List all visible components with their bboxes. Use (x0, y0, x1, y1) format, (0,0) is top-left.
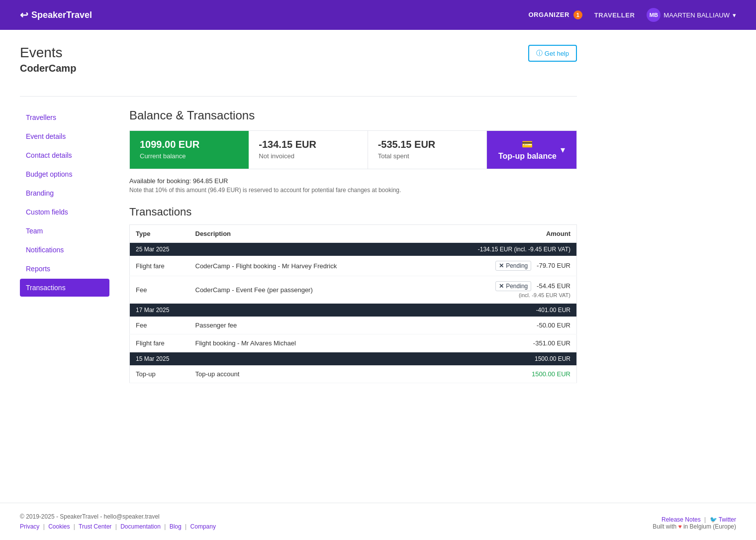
footer-link-documentation[interactable]: Documentation (120, 523, 161, 530)
nav-user[interactable]: MB MAARTEN BALLIAUW ▾ (647, 8, 736, 22)
page-subtitle: CoderCamp (20, 63, 76, 74)
sub-amount: (incl. -9.45 EUR VAT) (473, 292, 571, 298)
row-description: CoderCamp - Event Fee (per passenger) (189, 276, 468, 304)
row-amount: -351.00 EUR (468, 334, 577, 352)
page-header: Events CoderCamp (20, 45, 76, 86)
sidebar-item-custom-fields[interactable]: Custom fields (20, 203, 109, 221)
sidebar: Travellers Event details Contact details… (20, 108, 109, 383)
row-type: Top-up (130, 365, 189, 383)
row-description: CoderCamp - Flight booking - Mr Harvey F… (189, 256, 468, 276)
footer-built-with: Built with ♥ in Belgium (Europe) (653, 523, 736, 530)
sidebar-item-contact-details[interactable]: Contact details (20, 146, 109, 164)
row-description: Top-up account (189, 365, 468, 383)
col-description: Description (189, 225, 468, 243)
table-row: Top-up Top-up account 1500.00 EUR (130, 365, 577, 383)
not-invoiced-card: -134.15 EUR Not invoiced (249, 131, 368, 169)
table-row: Flight fare CoderCamp - Flight booking -… (130, 256, 577, 276)
top-bar: Events CoderCamp ⓘ Get help (20, 45, 577, 86)
twitter-icon: 🐦 (710, 516, 717, 523)
not-invoiced-label: Not invoiced (259, 152, 357, 160)
available-info: Available for booking: 964.85 EUR (129, 177, 577, 185)
total-spent-card: -535.15 EUR Total spent (368, 131, 487, 169)
header-nav: ORGANIZER 1 TRAVELLER MB MAARTEN BALLIAU… (528, 8, 736, 22)
logo-icon: ↩ (20, 9, 28, 21)
footer-release-twitter: Release Notes | 🐦 Twitter (653, 516, 736, 523)
current-balance-label: Current balance (140, 152, 238, 160)
date-total: 1500.00 EUR (468, 352, 577, 366)
table-row: Fee Passenger fee -50.00 EUR (130, 317, 577, 334)
chevron-down-icon: ▾ (733, 11, 736, 19)
current-balance-card: 1099.00 EUR Current balance (130, 131, 249, 169)
balance-section-title: Balance & Transactions (129, 108, 577, 122)
avatar: MB (647, 8, 661, 22)
nav-badge: 1 (573, 10, 582, 19)
footer: © 2019-2025 - SpeakerTravel - hello@spea… (0, 503, 756, 540)
amount-positive: 1500.00 EUR (532, 370, 570, 378)
date-group-row: 17 Mar 2025 -401.00 EUR (130, 304, 577, 317)
row-description: Flight booking - Mr Alvares Michael (189, 334, 468, 352)
col-type: Type (130, 225, 189, 243)
page-title: Events (20, 45, 76, 61)
date-group-row: 25 Mar 2025 -134.15 EUR (incl. -9.45 EUR… (130, 243, 577, 256)
footer-links: Privacy | Cookies | Trust Center | Docum… (20, 523, 216, 530)
table-row: Flight fare Flight booking - Mr Alvares … (130, 334, 577, 352)
current-balance-amount: 1099.00 EUR (140, 139, 238, 150)
table-row: Fee CoderCamp - Event Fee (per passenger… (130, 276, 577, 304)
row-type: Flight fare (130, 256, 189, 276)
footer-link-company[interactable]: Company (190, 523, 216, 530)
row-type: Fee (130, 317, 189, 334)
sidebar-item-transactions[interactable]: Transactions (20, 279, 109, 297)
row-amount: ✕ Pending -79.70 EUR (468, 256, 577, 276)
logo-text: SpeakerTravel (31, 10, 92, 20)
not-invoiced-amount: -134.15 EUR (259, 139, 357, 150)
sidebar-item-event-details[interactable]: Event details (20, 127, 109, 145)
get-help-button[interactable]: ⓘ Get help (528, 45, 577, 62)
footer-twitter[interactable]: Twitter (719, 516, 736, 523)
sidebar-item-reports[interactable]: Reports (20, 260, 109, 278)
content-layout: Travellers Event details Contact details… (20, 108, 577, 383)
chevron-down-icon: ▾ (561, 144, 565, 155)
sidebar-item-budget-options[interactable]: Budget options (20, 165, 109, 183)
available-note: Note that 10% of this amount (96.49 EUR)… (129, 187, 577, 194)
date-total: -401.00 EUR (468, 304, 577, 317)
transactions-table: Type Description Amount 25 Mar 2025 -134… (129, 224, 577, 383)
footer-copyright: © 2019-2025 - SpeakerTravel - hello@spea… (20, 513, 216, 520)
header: ↩ SpeakerTravel ORGANIZER 1 TRAVELLER MB… (0, 0, 756, 30)
date-label: 15 Mar 2025 (130, 352, 189, 366)
date-total: -134.15 EUR (incl. -9.45 EUR VAT) (468, 243, 577, 256)
content-area: Balance & Transactions 1099.00 EUR Curre… (129, 108, 577, 383)
nav-traveller[interactable]: TRAVELLER (594, 11, 635, 19)
sidebar-item-team[interactable]: Team (20, 222, 109, 240)
main-content: Events CoderCamp ⓘ Get help Travellers E… (0, 30, 597, 503)
divider (20, 96, 577, 97)
footer-link-trust-center[interactable]: Trust Center (79, 523, 111, 530)
sidebar-item-travellers[interactable]: Travellers (20, 108, 109, 126)
topup-card[interactable]: 💳 Top-up balance ▾ (487, 131, 576, 169)
row-type: Flight fare (130, 334, 189, 352)
row-type: Fee (130, 276, 189, 304)
transactions-title: Transactions (129, 206, 577, 218)
pending-badge: ✕ Pending (495, 261, 531, 271)
date-label: 25 Mar 2025 (130, 243, 189, 256)
nav-organizer[interactable]: ORGANIZER 1 (528, 10, 582, 19)
topup-label: Top-up balance (498, 152, 557, 161)
footer-link-cookies[interactable]: Cookies (48, 523, 70, 530)
balance-cards: 1099.00 EUR Current balance -134.15 EUR … (129, 130, 577, 169)
sidebar-item-branding[interactable]: Branding (20, 184, 109, 202)
footer-right: Release Notes | 🐦 Twitter Built with ♥ i… (653, 516, 736, 530)
x-icon: ✕ (499, 262, 504, 269)
footer-release-notes[interactable]: Release Notes (662, 516, 701, 523)
footer-link-blog[interactable]: Blog (170, 523, 182, 530)
wallet-icon: 💳 (498, 139, 557, 150)
total-spent-label: Total spent (378, 152, 476, 160)
info-icon: ⓘ (536, 49, 543, 58)
footer-link-privacy[interactable]: Privacy (20, 523, 39, 530)
x-icon: ✕ (499, 283, 504, 290)
logo[interactable]: ↩ SpeakerTravel (20, 9, 92, 21)
row-amount: 1500.00 EUR (468, 365, 577, 383)
pending-badge: ✕ Pending (495, 281, 531, 291)
sidebar-item-notifications[interactable]: Notifications (20, 241, 109, 259)
nav-user-name: MAARTEN BALLIAUW (663, 11, 730, 19)
row-amount: -50.00 EUR (468, 317, 577, 334)
col-amount: Amount (468, 225, 577, 243)
